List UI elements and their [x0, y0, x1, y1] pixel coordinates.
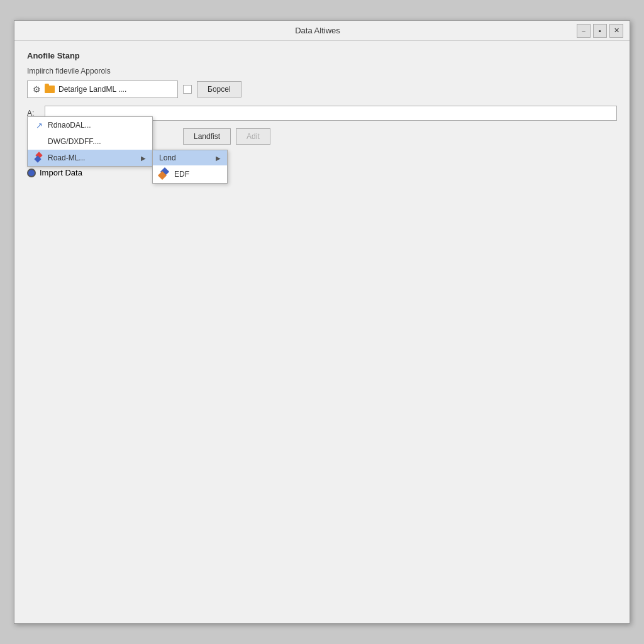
- window-controls: − ▪ ✕: [577, 24, 623, 38]
- gear-icon: ⚙: [33, 84, 41, 94]
- arrow-icon: ↗: [34, 120, 44, 130]
- minimize-button[interactable]: −: [577, 24, 591, 38]
- window-title: Data Altiwes: [58, 26, 577, 35]
- import-data-radio[interactable]: [27, 169, 36, 177]
- dropdown-checkbox[interactable]: [183, 85, 192, 94]
- adit-button[interactable]: Adit: [236, 128, 270, 145]
- dropdown-row: ⚙ Detarige LandML .... Бopcel: [27, 80, 617, 98]
- submenu-arrow-icon: ▶: [141, 155, 146, 162]
- edf-icon: [159, 169, 170, 180]
- road-ml-icon: [34, 153, 44, 163]
- submenu-item-edf-label: EDF: [174, 170, 189, 179]
- maximize-button[interactable]: ▪: [593, 24, 607, 38]
- window-content: Anofile Stanp Impiirch fidevile Apporols…: [14, 41, 630, 623]
- menu-item-road-ml-label: Road-ML...: [48, 153, 85, 162]
- submenu-item-lond[interactable]: Lond ▶: [153, 150, 227, 165]
- import-data-label: Import Data: [40, 168, 82, 177]
- close-button[interactable]: ✕: [609, 24, 623, 38]
- submenu: Lond ▶ EDF: [152, 150, 228, 184]
- section-title: Anofile Stanp: [27, 51, 617, 60]
- radio-row: Import Data: [27, 168, 617, 177]
- menu-item-dwg[interactable]: DWG/DXDFF....: [28, 133, 152, 150]
- folder-icon: [45, 86, 55, 93]
- subsection-label: Impiirch fidevile Apporols: [27, 67, 617, 75]
- main-window: Data Altiwes − ▪ ✕ Anofile Stanp Impiirc…: [14, 20, 630, 624]
- dropdown-menu: ↗ RdnaoDAL... DWG/DXDFF.... Road-ML... ▶: [27, 116, 153, 167]
- dropdown-trigger[interactable]: ⚙ Detarige LandML ....: [27, 80, 178, 98]
- dropdown-label: Detarige LandML ....: [58, 85, 126, 94]
- submenu-item-edf[interactable]: EDF: [153, 165, 227, 183]
- submenu-item-lond-label: Lond: [159, 153, 176, 162]
- submenu-lond-arrow-icon: ▶: [216, 155, 221, 162]
- menu-item-dwg-label: DWG/DXDFF....: [48, 137, 101, 146]
- dwg-icon: [34, 136, 44, 147]
- browse-button[interactable]: Бopcel: [197, 81, 242, 97]
- menu-item-road-ml[interactable]: Road-ML... ▶ Lond ▶ EDF: [28, 150, 152, 166]
- landfist-button[interactable]: Landfist: [183, 128, 231, 145]
- menu-item-rdnao-label: RdnaoDAL...: [48, 121, 91, 130]
- menu-item-rdnao[interactable]: ↗ RdnaoDAL...: [28, 117, 152, 133]
- title-bar: Data Altiwes − ▪ ✕: [14, 21, 630, 41]
